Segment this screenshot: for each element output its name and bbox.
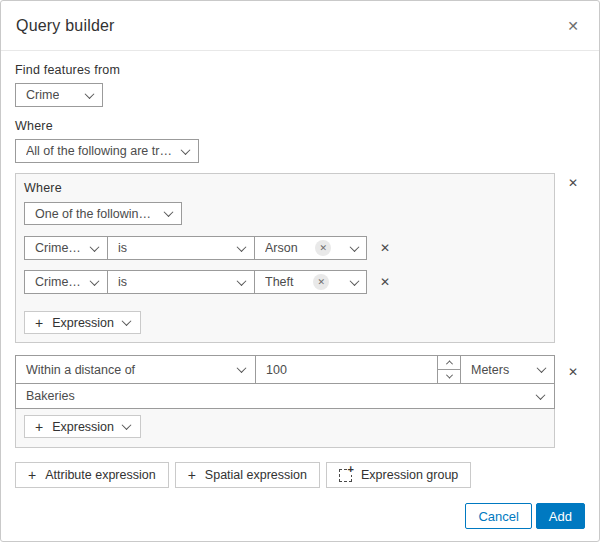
condition-select[interactable]: is [107, 270, 255, 294]
add-attribute-expression-button[interactable]: + Attribute expression [15, 462, 169, 488]
where-operator-value: All of the following are true [26, 144, 172, 158]
plus-icon: + [35, 315, 43, 331]
dialog-footer: Cancel Add [1, 503, 599, 541]
clear-value-icon[interactable]: ✕ [315, 240, 331, 256]
remove-group-icon[interactable]: ✕ [566, 173, 580, 193]
spatial-operator-value: Within a distance of [26, 363, 135, 377]
group-operator-select[interactable]: One of the following are tr… [24, 202, 182, 225]
quantity-stepper [437, 356, 460, 383]
value-select[interactable]: Arson ✕ [254, 236, 367, 260]
condition-select[interactable]: is [107, 236, 255, 260]
unit-value: Meters [471, 363, 509, 377]
spatial-group-line: Within a distance of Meters [15, 355, 585, 448]
add-expression-group-button[interactable]: + Expression group [326, 462, 471, 488]
group-where-label: Where [24, 181, 546, 195]
spatial-expression-label: Spatial expression [205, 468, 307, 482]
dialog-header: Query builder ✕ [1, 1, 599, 51]
attribute-group-line: Where One of the following are tr… Crime… [15, 173, 585, 343]
chevron-down-icon [237, 276, 247, 286]
source-layer-select[interactable]: Crime [15, 83, 103, 107]
group-operator-value: One of the following are tr… [35, 207, 155, 221]
distance-input[interactable] [256, 363, 437, 377]
spatial-operator-select[interactable]: Within a distance of [15, 355, 256, 384]
remove-expression-icon[interactable]: ✕ [378, 272, 392, 292]
chevron-down-icon [350, 242, 360, 252]
find-features-label: Find features from [15, 63, 585, 77]
condition-value: is [118, 275, 127, 289]
plus-icon: + [188, 467, 196, 483]
add-expression-button[interactable]: + Expression [24, 415, 141, 438]
clear-value-icon[interactable]: ✕ [313, 274, 329, 290]
close-icon[interactable]: ✕ [563, 15, 583, 37]
attribute-expression-label: Attribute expression [45, 468, 155, 482]
chevron-down-icon [181, 145, 191, 155]
where-label: Where [15, 119, 585, 133]
stepper-down-icon[interactable] [438, 369, 460, 383]
add-expression-label: Expression [52, 420, 114, 434]
remove-expression-icon[interactable]: ✕ [378, 238, 392, 258]
value-text: Arson [265, 241, 298, 255]
spatial-condition-row: Within a distance of Meters [15, 355, 555, 384]
add-spatial-expression-button[interactable]: + Spatial expression [175, 462, 320, 488]
field-select[interactable]: Crime Type [24, 270, 108, 294]
expression-row: Crime Type is Arson ✕ ✕ [24, 236, 546, 260]
chevron-down-icon [536, 390, 546, 400]
unit-select[interactable]: Meters [460, 355, 555, 384]
field-value: Crime Type [35, 241, 81, 255]
spatial-layer-select[interactable]: Bakeries [15, 383, 555, 409]
chevron-down-icon [122, 316, 132, 326]
field-select[interactable]: Crime Type [24, 236, 108, 260]
query-builder-dialog: Query builder ✕ Find features from Crime… [0, 0, 600, 542]
chevron-down-icon [85, 89, 95, 99]
chevron-down-icon [90, 242, 100, 252]
add-expression-label: Expression [52, 316, 114, 330]
expression-group-label: Expression group [361, 468, 458, 482]
condition-value: is [118, 241, 127, 255]
plus-icon: + [28, 467, 36, 483]
distance-cell [255, 355, 461, 384]
field-value: Crime Type [35, 275, 81, 289]
spatial-layer-value: Bakeries [26, 389, 75, 403]
value-select[interactable]: Theft ✕ [254, 270, 367, 294]
stepper-up-icon[interactable] [438, 356, 460, 369]
plus-icon: + [35, 419, 43, 435]
source-layer-value: Crime [26, 88, 59, 102]
chevron-down-icon [237, 363, 247, 373]
where-operator-select[interactable]: All of the following are true [15, 139, 199, 163]
spatial-expression-group: Within a distance of Meters [15, 355, 555, 448]
dialog-body: Find features from Crime Where All of th… [1, 51, 599, 503]
chevron-down-icon [537, 363, 547, 373]
chevron-down-icon [237, 242, 247, 252]
dialog-title: Query builder [16, 17, 115, 35]
attribute-expression-group: Where One of the following are tr… Crime… [15, 173, 555, 343]
chevron-down-icon [122, 420, 132, 430]
chevron-down-icon [164, 207, 174, 217]
remove-group-icon[interactable]: ✕ [566, 362, 580, 382]
expression-group-icon: + [339, 469, 352, 482]
chevron-down-icon [350, 276, 360, 286]
cancel-button[interactable]: Cancel [465, 503, 531, 529]
expression-row: Crime Type is Theft ✕ ✕ [24, 270, 546, 294]
chevron-down-icon [90, 276, 100, 286]
add-expression-button[interactable]: + Expression [24, 311, 141, 334]
expression-actions: + Attribute expression + Spatial express… [15, 462, 585, 488]
value-text: Theft [265, 275, 294, 289]
add-button[interactable]: Add [536, 503, 585, 529]
